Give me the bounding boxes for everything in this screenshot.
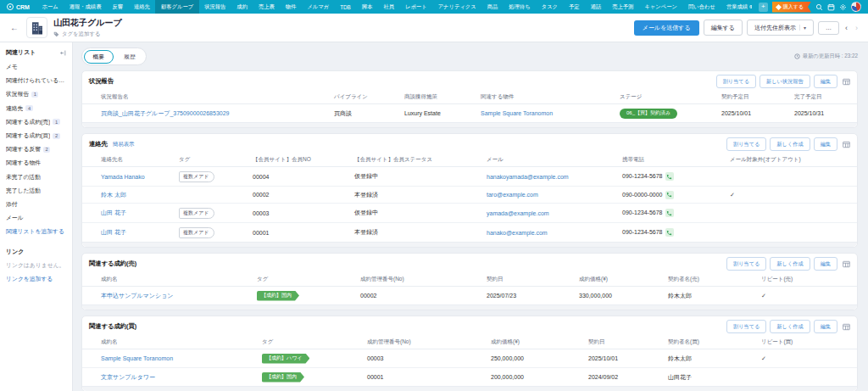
quick-view-link[interactable]: 簡易表示 xyxy=(113,141,135,148)
email-link[interactable]: yamada@example.com xyxy=(487,210,549,216)
email-link[interactable]: hanako@example.com xyxy=(487,230,548,236)
sidebar-item[interactable]: 添付 xyxy=(6,198,66,211)
assign-button[interactable]: 割り当てる xyxy=(726,137,766,151)
deal-link[interactable]: Sample Square Toranomon xyxy=(101,355,173,361)
phone-icon[interactable] xyxy=(665,228,674,237)
assign-button[interactable]: 割り当てる xyxy=(726,320,766,333)
nav-item[interactable]: 営業成績 ⊕ xyxy=(721,0,751,14)
table-row[interactable]: 文京サンプルタワー 【成約】国内 00001 200,000,000 2024/… xyxy=(82,368,857,387)
column-settings-icon[interactable] xyxy=(843,323,850,331)
app-logo[interactable]: CRM xyxy=(0,0,36,14)
sidebar-item[interactable]: 関連する成約(買) 2 xyxy=(6,129,66,142)
assign-button[interactable]: 割り当てる xyxy=(726,257,766,271)
nav-item[interactable]: キャンペーン xyxy=(639,0,683,14)
nav-item[interactable]: 予定 xyxy=(564,0,586,14)
calendar-icon[interactable] xyxy=(827,3,835,11)
more-actions-button[interactable]: … xyxy=(818,21,839,35)
sidebar-item[interactable]: 関連付けられているデー... xyxy=(6,74,66,87)
status-report-link[interactable]: 買商談_山田花子グループ_37509000026853029 xyxy=(101,110,229,116)
table-row[interactable]: 買商談_山田花子グループ_37509000026853029 買商談 Luxur… xyxy=(82,104,857,123)
quick-add-button[interactable]: + xyxy=(759,3,768,12)
property-link[interactable]: Sample Square Toranomon xyxy=(481,110,553,116)
contact-link[interactable]: 山田 花子 xyxy=(101,229,126,235)
nav-item[interactable]: TDB xyxy=(335,0,357,14)
create-new-button[interactable]: 新しく作成 xyxy=(770,137,810,151)
nav-item[interactable]: アナリティクス xyxy=(432,0,481,14)
phone-icon[interactable] xyxy=(665,172,674,181)
col-header: 契約予定日 xyxy=(718,91,791,104)
new-status-report-button[interactable]: 新しい状況報告 xyxy=(760,75,810,88)
column-settings-icon[interactable] xyxy=(843,141,850,148)
edit-button[interactable]: 編集 xyxy=(814,75,837,88)
nav-item[interactable]: タスク xyxy=(536,0,563,14)
phone-icon[interactable] xyxy=(665,191,674,199)
deals-sell-head: 関連する成約(売) 割り当てる 新しく作成 編集 xyxy=(82,254,857,273)
contact-link[interactable]: 山田 花子 xyxy=(101,209,126,215)
sidebar-item[interactable]: 連絡先 4 xyxy=(6,102,66,115)
collapse-sidebar-icon[interactable] xyxy=(60,50,66,56)
tab-history[interactable]: 履歴 xyxy=(114,50,145,64)
sidebar-item[interactable]: メール xyxy=(6,211,66,225)
sidebar-item[interactable]: 関連する物件 xyxy=(6,156,66,170)
edit-button[interactable]: 編集 xyxy=(814,320,837,333)
edit-button[interactable]: 編集 xyxy=(814,257,837,271)
nav-item[interactable]: 商品 xyxy=(481,0,504,14)
settings-icon[interactable] xyxy=(839,3,847,11)
sidebar-item[interactable]: 関連する成約(売) 1 xyxy=(6,115,66,129)
edit-button[interactable]: 編集 xyxy=(814,137,837,151)
back-button[interactable]: ← xyxy=(8,23,20,32)
prev-record-button[interactable]: ‹ xyxy=(843,24,849,32)
table-row[interactable]: Sample Square Toranomon 【成約】ハワイ 00003 25… xyxy=(82,349,857,368)
create-new-button[interactable]: 新しく作成 xyxy=(770,257,810,271)
send-mail-button[interactable]: メールを送信する xyxy=(634,20,699,36)
nav-item[interactable]: 処理待ち xyxy=(504,0,536,14)
nav-item[interactable]: 社員 xyxy=(378,0,400,14)
nav-item[interactable]: 成約 xyxy=(231,0,253,14)
deal-link[interactable]: 本申込サンプルマンション xyxy=(101,293,173,299)
table-row[interactable]: 山田 花子 複数メアド 00003 仮登録中 yamada@example.co… xyxy=(82,204,857,223)
nav-item[interactable]: 売上表 xyxy=(253,0,280,14)
address-display-button[interactable]: 送付先住所表示 ▾ xyxy=(747,20,814,36)
nav-item[interactable]: 状況報告 xyxy=(199,0,231,14)
user-avatar[interactable] xyxy=(851,2,861,12)
create-new-button[interactable]: 新しく作成 xyxy=(770,320,810,333)
nav-item[interactable]: 通話 xyxy=(585,0,607,14)
nav-item[interactable]: 顧客グループ xyxy=(155,0,198,14)
nav-item[interactable]: メルマガ xyxy=(302,0,335,14)
search-icon[interactable] xyxy=(815,3,823,11)
table-row[interactable]: 山田 花子 複数メアド 00001 本登録済 hanako@example.co… xyxy=(82,223,857,243)
email-link[interactable]: hanakoyamada@example.com xyxy=(487,174,569,180)
tab-overview[interactable]: 概要 xyxy=(84,50,114,64)
table-row[interactable]: 鈴木 太郎 00002 本登録済 taro@example.com 090-00… xyxy=(82,187,857,204)
nav-item[interactable]: 反響 xyxy=(107,0,129,14)
nav-item[interactable]: レポート xyxy=(399,0,432,14)
sidebar-item[interactable]: 状況報告 1 xyxy=(6,87,66,101)
column-settings-icon[interactable] xyxy=(843,78,850,86)
nav-item[interactable]: ホーム xyxy=(36,0,64,14)
sidebar-item[interactable]: メモ xyxy=(6,60,66,74)
nav-item[interactable]: 売上予測 xyxy=(607,0,639,14)
deal-link[interactable]: 文京サンプルタワー xyxy=(101,374,155,380)
add-related-list-link[interactable]: 関連リストを追加する xyxy=(6,225,66,238)
edit-record-button[interactable]: 編集する xyxy=(704,20,743,36)
table-row[interactable]: Yamada Hanako 複数メアド 00004 仮登録中 hanakoyam… xyxy=(82,167,857,187)
assign-button[interactable]: 割り当てる xyxy=(716,75,756,88)
nav-item[interactable]: 週報・成績表 xyxy=(64,0,107,14)
add-tag-link[interactable]: タグを追加する xyxy=(53,31,122,38)
nav-item[interactable]: 脚本 xyxy=(356,0,378,14)
column-settings-icon[interactable] xyxy=(843,260,850,268)
contact-link[interactable]: 鈴木 太郎 xyxy=(101,192,126,198)
table-row[interactable]: 本申込サンプルマンション 【成約】国内 00002 2025/07/23 330… xyxy=(82,287,857,305)
contact-link[interactable]: Yamada Hanako xyxy=(101,174,145,180)
nav-item[interactable]: 物件 xyxy=(280,0,302,14)
sidebar-item[interactable]: 関連する反響 2 xyxy=(6,142,66,156)
nav-item[interactable]: 問い合わせ xyxy=(682,0,721,14)
sidebar-item[interactable]: 完了した活動 xyxy=(6,184,66,198)
next-record-button[interactable]: › xyxy=(854,24,860,32)
sidebar-item[interactable]: 未完了の活動 xyxy=(6,170,66,184)
email-link[interactable]: taro@example.com xyxy=(487,192,538,198)
upgrade-ribbon-button[interactable]: 購入する xyxy=(772,2,811,13)
phone-icon[interactable] xyxy=(665,209,674,217)
nav-item[interactable]: 連絡先 xyxy=(129,0,156,14)
add-link-link[interactable]: リンクを追加する xyxy=(6,272,66,286)
